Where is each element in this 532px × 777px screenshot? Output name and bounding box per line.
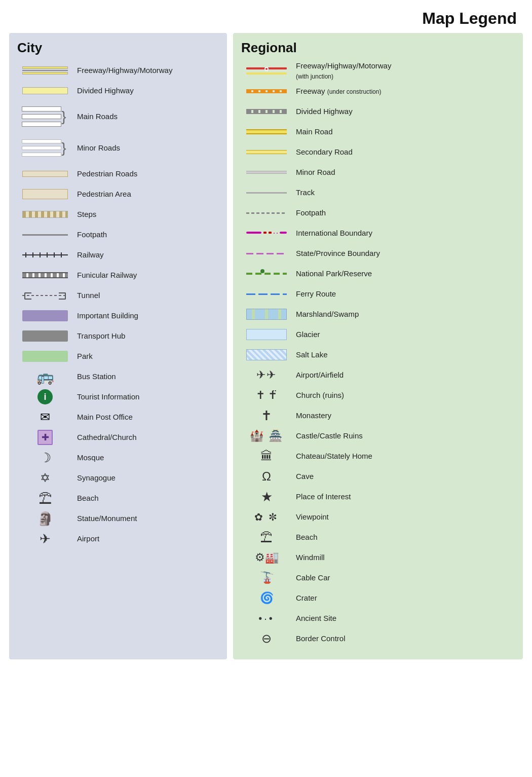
list-item: Tunnel (17, 286, 219, 305)
list-item: International Boundary (241, 224, 515, 243)
label-reg-state-boundary: State/Province Boundary (292, 248, 380, 258)
list-item: Main Road (241, 122, 515, 141)
list-item: ✿ ✼ Viewpoint (241, 507, 515, 527)
symbol-mosque: ☽ (17, 450, 73, 466)
label-reg-track: Track (292, 188, 315, 198)
legend-columns: City Freeway/Highway/Motorway Divided Hi… (0, 33, 532, 670)
symbol-synagogue: ✡ (17, 471, 73, 485)
list-item: Pedestrian Roads (17, 164, 219, 183)
label-airport-city: Airport (73, 534, 99, 544)
info-icon: i (37, 389, 53, 404)
list-item: Freeway/Highway/Motorway(with junction) (241, 61, 515, 81)
star-icon: ★ (261, 489, 273, 505)
list-item: •·• Ancient Site (241, 609, 515, 628)
symbol-reg-secondary (241, 150, 292, 154)
list-item: Divided Highway (241, 102, 515, 121)
symbol-pedestrian (17, 171, 73, 177)
symbol-reg-minor (241, 171, 292, 174)
label-reg-windmill: Windmill (292, 552, 325, 563)
symbol-reg-airport: ✈✈ (241, 368, 292, 382)
symbol-important-building (17, 310, 73, 321)
symbol-pedestrian-area (17, 189, 73, 199)
airport-icon: ✈✈ (256, 368, 277, 382)
list-item: ✉ Main Post Office (17, 408, 219, 427)
list-item: Freeway/Highway/Motorway (17, 61, 219, 80)
list-item: ✝ ✝̈ Church (ruins) (241, 386, 515, 405)
list-item: 🌀 Crater (241, 588, 515, 608)
symbol-reg-cave: Ω (241, 469, 292, 484)
list-item: 🏛 Chateau/Stately Home (241, 447, 515, 466)
list-item: ✝ Monastery (241, 406, 515, 425)
label-railway: Railway (73, 250, 104, 260)
symbol-reg-cablecar: 🚡 (241, 571, 292, 584)
label-post-office: Main Post Office (73, 412, 133, 422)
symbol-steps (17, 211, 73, 218)
symbol-reg-divided (241, 109, 292, 114)
statue-icon: 🗿 (37, 511, 53, 527)
label-reg-freeway: Freeway/Highway/Motorway(with junction) (292, 61, 391, 81)
label-reg-viewpoint: Viewpoint (292, 512, 329, 522)
symbol-reg-state-boundary (241, 253, 292, 254)
list-item: ✈ Airport (17, 529, 219, 548)
list-item: 🚌 Bus Station (17, 367, 219, 386)
label-park: Park (73, 351, 93, 361)
symbol-reg-ferry (241, 293, 292, 295)
envelope-icon: ✉ (40, 410, 50, 424)
list-item: State/Province Boundary (241, 244, 515, 263)
border-icon: ⊖ (261, 632, 272, 646)
label-minor-roads: Minor Roads (73, 143, 120, 153)
list-item: ✚ Cathedral/Church (17, 428, 219, 447)
label-reg-divided: Divided Highway (292, 106, 353, 117)
symbol-tunnel (17, 290, 73, 301)
list-item: Pedestrian Area (17, 184, 219, 204)
label-tourist-info: Tourist Information (73, 392, 139, 402)
symbol-tourist-info: i (17, 389, 73, 404)
church-icon: ✚ (37, 430, 53, 445)
list-item: ⛱ Beach (17, 489, 219, 508)
list-item: 🗿 Statue/Monument (17, 509, 219, 528)
list-item: Marshland/Swamp (241, 305, 515, 324)
label-bus-station: Bus Station (73, 372, 116, 382)
label-reg-cave: Cave (292, 471, 314, 482)
list-item: Minor Road (241, 163, 515, 182)
label-reg-marshland: Marshland/Swamp (292, 309, 359, 319)
symbol-freeway (17, 66, 73, 75)
symbol-reg-marshland (241, 309, 292, 320)
label-reg-interest: Place of Interest (292, 492, 351, 502)
label-reg-border: Border Control (292, 634, 346, 644)
label-reg-crater: Crater (292, 593, 317, 603)
symbol-park (17, 351, 73, 362)
label-freeway: Freeway/Highway/Motorway (73, 65, 172, 76)
symbol-reg-crater: 🌀 (241, 591, 292, 605)
label-transport-hub: Transport Hub (73, 331, 125, 341)
beach-icon: ⛱ (260, 530, 273, 544)
list-item: Track (241, 183, 515, 202)
label-reg-airport: Airport/Airfield (292, 370, 344, 380)
symbol-reg-border: ⊖ (241, 632, 292, 646)
crescent-icon: ☽ (40, 450, 51, 466)
symbol-reg-main-road (241, 129, 292, 134)
cablecar-icon: 🚡 (260, 571, 274, 584)
list-item: Footpath (17, 225, 219, 244)
windmill-icon: ⚙🏭 (255, 551, 279, 564)
symbol-post-office: ✉ (17, 410, 73, 424)
list-item: ⛱ Beach (241, 528, 515, 547)
label-reg-intl-boundary: International Boundary (292, 228, 372, 238)
list-item: } Minor Roads (17, 133, 219, 163)
list-item: Important Building (17, 306, 219, 325)
umbrella-icon: ⛱ (39, 491, 52, 506)
symbol-reg-castle: 🏰 🏯 (241, 429, 292, 442)
label-statue: Statue/Monument (73, 513, 137, 524)
symbol-bus-station: 🚌 (17, 368, 73, 385)
label-reg-glacier: Glacier (292, 329, 320, 340)
label-reg-monastery: Monastery (292, 411, 331, 421)
symbol-funicular (17, 272, 73, 278)
star-of-david-icon: ✡ (40, 471, 50, 485)
label-reg-freeway-construction: Freeway (under construction) (292, 86, 381, 96)
symbol-reg-intl-boundary (241, 232, 292, 235)
list-item: ✡ Synagogue (17, 468, 219, 488)
list-item: Salt Lake (241, 345, 515, 364)
list-item: 🏰 🏯 Castle/Castle Ruins (241, 426, 515, 446)
list-item: ☽ Mosque (17, 448, 219, 467)
label-reg-church: Church (ruins) (292, 390, 344, 400)
